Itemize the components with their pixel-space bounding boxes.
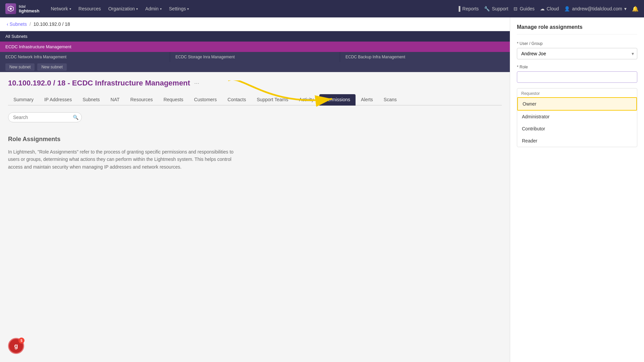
search-wrap: 🔍 [8,112,502,122]
avatar-wrap: g 5 [8,338,24,354]
tab-summary[interactable]: Summary [8,94,39,106]
tree-children-row: ECDC Network Infra Management ECDC Stora… [0,52,510,62]
search-input-wrap: 🔍 [8,112,82,122]
nav-admin[interactable]: Admin ▾ [142,4,165,13]
tree-child-2[interactable]: ECDC Backup Infra Management [340,52,510,62]
nav-organization[interactable]: Organization ▾ [105,4,141,13]
dropdown-item-owner[interactable]: Owner [517,97,637,111]
avatar[interactable]: g 5 [8,338,24,354]
nav-resources[interactable]: Resources [75,4,104,13]
notifications-bell-icon[interactable]: 🔔 [632,6,639,12]
breadcrumb: ‹ Subnets / 10.100.192.0 / 18 [0,17,510,31]
role-assignments-title: Role Assignments [8,136,502,143]
cloud-icon: ☁ [540,6,545,11]
role-assignments-description: In Lightmesh, "Role Assignments" refer t… [8,148,243,171]
chevron-down-icon: ▾ [187,7,189,11]
tab-nat[interactable]: NAT [105,94,125,106]
user-group-label: * User / Group [517,41,637,46]
tree-selected-item[interactable]: ECDC Infrastructure Management [0,42,510,52]
tab-activity[interactable]: Activity [293,94,319,106]
main-content: ‹ Subnets / 10.100.192.0 / 18 All Subnet… [0,17,510,362]
logo-icon [5,3,16,14]
role-dropdown-list: RequestorOwnerAdministratorContributorRe… [517,88,637,147]
nav-guides[interactable]: ⊟ Guides [514,6,534,11]
svg-point-0 [10,8,12,10]
tab-support-teams[interactable]: Support Teams [252,94,294,106]
tree-child-1[interactable]: ECDC Storage Inra Management [170,52,340,62]
new-subnet-button-1[interactable]: New subnet [37,63,66,71]
chevron-down-icon: ▾ [160,7,162,11]
nav-links: Network ▾ Resources Organization ▾ Admin… [47,4,449,13]
search-input[interactable] [8,112,82,122]
nav-reports[interactable]: ▐ Reports [457,6,479,11]
tabs-bar: SummaryIP AddressesSubnetsNATResourcesRe… [8,94,502,106]
role-section: Role Assignments In Lightmesh, "Role Ass… [8,129,502,177]
breadcrumb-separator: / [30,21,31,27]
tree-all-subnets[interactable]: All Subnets [0,31,510,42]
nav-cloud[interactable]: ☁ Cloud [540,6,559,11]
user-group-field: * User / Group Andrew Joe ▾ [517,41,637,59]
page-title: 10.100.192.0 / 18 - ECDC Infrastructure … [8,79,190,87]
chevron-down-icon: ▾ [624,6,627,11]
network-tree: All Subnets ECDC Infrastructure Manageme… [0,31,510,72]
tab-ip-addresses[interactable]: IP Addresses [39,94,77,106]
role-field: * Role [517,65,637,83]
more-options-icon[interactable]: ··· [194,80,199,87]
dropdown-item-contributor[interactable]: Contributor [517,123,637,135]
nav-network[interactable]: Network ▾ [47,4,74,13]
role-input[interactable] [517,71,637,83]
chart-icon: ▐ [457,6,460,11]
dropdown-item-reader[interactable]: Reader [517,135,637,147]
page-title-row: 10.100.192.0 / 18 - ECDC Infrastructure … [8,79,502,87]
tab-alerts[interactable]: Alerts [356,94,378,106]
tab-requests[interactable]: Requests [158,94,189,106]
tab-contacts[interactable]: Contacts [222,94,251,106]
content-area: 10.100.192.0 / 18 - ECDC Infrastructure … [0,72,510,184]
nav-settings[interactable]: Settings ▾ [166,4,193,13]
search-icon: 🔍 [73,115,78,120]
user-group-select-wrap: Andrew Joe ▾ [517,48,637,59]
new-subnet-button-0[interactable]: New subnet [5,63,35,71]
tab-permissions[interactable]: Permissions [319,94,356,106]
breadcrumb-current: 10.100.192.0 / 18 [34,21,70,27]
book-icon: ⊟ [514,6,518,11]
chevron-down-icon: ▾ [136,7,138,11]
role-label: * Role [517,65,637,69]
navbar: tidal lightmesh Network ▾ Resources Orga… [0,0,644,17]
nav-support[interactable]: 🔧 Support [484,6,508,11]
dropdown-requestor-label: Requestor [517,88,637,97]
chevron-down-icon: ▾ [69,7,71,11]
breadcrumb-subnets-link[interactable]: ‹ Subnets [7,21,27,27]
right-panel: Manage role assignments * User / Group A… [510,17,644,362]
tab-subnets[interactable]: Subnets [77,94,105,106]
user-icon: 👤 [564,6,570,11]
logo[interactable]: tidal lightmesh [5,3,39,14]
page-wrapper: ‹ Subnets / 10.100.192.0 / 18 All Subnet… [0,17,644,362]
nav-user[interactable]: 👤 andrew@tidalcloud.com ▾ [564,6,627,11]
tree-child-0[interactable]: ECDC Network Infra Management [0,52,170,62]
logo-text: tidal lightmesh [19,4,39,13]
tab-customers[interactable]: Customers [189,94,222,106]
tree-buttons-row: New subnet New subnet [0,62,510,72]
panel-title: Manage role assignments [517,24,637,35]
avatar-badge: 5 [18,338,24,344]
wrench-icon: 🔧 [484,6,490,11]
tab-resources[interactable]: Resources [125,94,158,106]
nav-right: ▐ Reports 🔧 Support ⊟ Guides ☁ Cloud 👤 a… [457,6,639,12]
user-group-select[interactable]: Andrew Joe [517,48,637,59]
dropdown-item-administrator[interactable]: Administrator [517,111,637,123]
tab-scans[interactable]: Scans [378,94,402,106]
